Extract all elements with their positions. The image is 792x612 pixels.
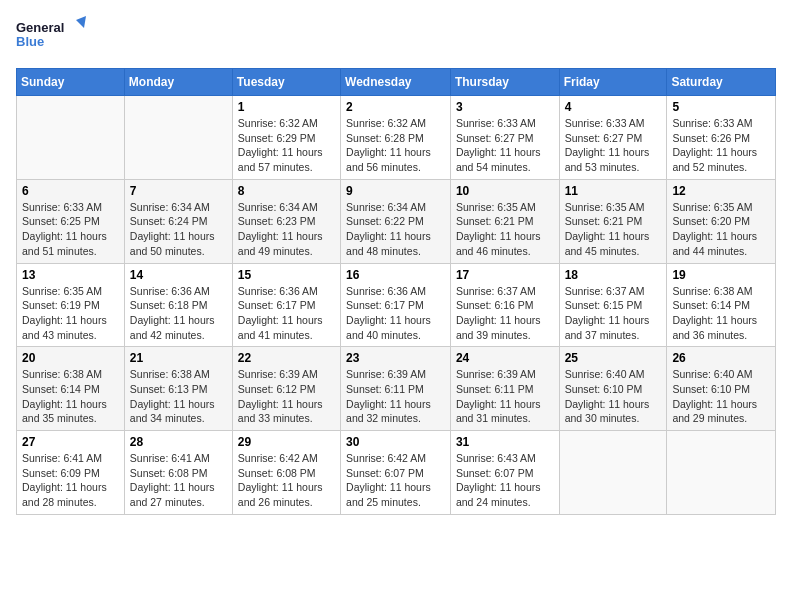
day-number: 13 [22, 268, 119, 282]
day-number: 18 [565, 268, 662, 282]
day-info: Sunrise: 6:39 AMSunset: 6:12 PMDaylight:… [238, 367, 335, 426]
calendar-cell: 3Sunrise: 6:33 AMSunset: 6:27 PMDaylight… [450, 96, 559, 180]
day-number: 16 [346, 268, 445, 282]
day-number: 19 [672, 268, 770, 282]
calendar-cell: 29Sunrise: 6:42 AMSunset: 6:08 PMDayligh… [232, 431, 340, 515]
calendar-cell: 24Sunrise: 6:39 AMSunset: 6:11 PMDayligh… [450, 347, 559, 431]
day-info: Sunrise: 6:40 AMSunset: 6:10 PMDaylight:… [672, 367, 770, 426]
weekday-header-thursday: Thursday [450, 69, 559, 96]
calendar-cell: 16Sunrise: 6:36 AMSunset: 6:17 PMDayligh… [341, 263, 451, 347]
svg-text:Blue: Blue [16, 34, 44, 49]
day-number: 30 [346, 435, 445, 449]
calendar-cell: 13Sunrise: 6:35 AMSunset: 6:19 PMDayligh… [17, 263, 125, 347]
calendar-cell: 20Sunrise: 6:38 AMSunset: 6:14 PMDayligh… [17, 347, 125, 431]
calendar-cell: 23Sunrise: 6:39 AMSunset: 6:11 PMDayligh… [341, 347, 451, 431]
day-info: Sunrise: 6:39 AMSunset: 6:11 PMDaylight:… [456, 367, 554, 426]
day-info: Sunrise: 6:34 AMSunset: 6:22 PMDaylight:… [346, 200, 445, 259]
calendar-cell: 1Sunrise: 6:32 AMSunset: 6:29 PMDaylight… [232, 96, 340, 180]
day-info: Sunrise: 6:35 AMSunset: 6:19 PMDaylight:… [22, 284, 119, 343]
day-number: 31 [456, 435, 554, 449]
day-info: Sunrise: 6:33 AMSunset: 6:25 PMDaylight:… [22, 200, 119, 259]
calendar-cell: 14Sunrise: 6:36 AMSunset: 6:18 PMDayligh… [124, 263, 232, 347]
day-info: Sunrise: 6:35 AMSunset: 6:20 PMDaylight:… [672, 200, 770, 259]
day-info: Sunrise: 6:35 AMSunset: 6:21 PMDaylight:… [456, 200, 554, 259]
day-number: 9 [346, 184, 445, 198]
calendar-cell: 4Sunrise: 6:33 AMSunset: 6:27 PMDaylight… [559, 96, 667, 180]
day-info: Sunrise: 6:32 AMSunset: 6:28 PMDaylight:… [346, 116, 445, 175]
day-number: 12 [672, 184, 770, 198]
day-info: Sunrise: 6:36 AMSunset: 6:17 PMDaylight:… [346, 284, 445, 343]
calendar-cell: 22Sunrise: 6:39 AMSunset: 6:12 PMDayligh… [232, 347, 340, 431]
weekday-header-friday: Friday [559, 69, 667, 96]
day-info: Sunrise: 6:34 AMSunset: 6:23 PMDaylight:… [238, 200, 335, 259]
calendar-cell: 27Sunrise: 6:41 AMSunset: 6:09 PMDayligh… [17, 431, 125, 515]
calendar-cell: 5Sunrise: 6:33 AMSunset: 6:26 PMDaylight… [667, 96, 776, 180]
day-info: Sunrise: 6:41 AMSunset: 6:08 PMDaylight:… [130, 451, 227, 510]
svg-marker-2 [76, 16, 86, 28]
day-info: Sunrise: 6:37 AMSunset: 6:15 PMDaylight:… [565, 284, 662, 343]
calendar-cell: 11Sunrise: 6:35 AMSunset: 6:21 PMDayligh… [559, 179, 667, 263]
day-info: Sunrise: 6:42 AMSunset: 6:07 PMDaylight:… [346, 451, 445, 510]
calendar-cell: 9Sunrise: 6:34 AMSunset: 6:22 PMDaylight… [341, 179, 451, 263]
weekday-header-tuesday: Tuesday [232, 69, 340, 96]
calendar-cell: 30Sunrise: 6:42 AMSunset: 6:07 PMDayligh… [341, 431, 451, 515]
day-number: 1 [238, 100, 335, 114]
calendar-cell: 12Sunrise: 6:35 AMSunset: 6:20 PMDayligh… [667, 179, 776, 263]
calendar-cell: 21Sunrise: 6:38 AMSunset: 6:13 PMDayligh… [124, 347, 232, 431]
weekday-header-monday: Monday [124, 69, 232, 96]
day-number: 8 [238, 184, 335, 198]
day-info: Sunrise: 6:34 AMSunset: 6:24 PMDaylight:… [130, 200, 227, 259]
calendar-table: SundayMondayTuesdayWednesdayThursdayFrid… [16, 68, 776, 515]
logo: General Blue [16, 16, 86, 56]
calendar-cell: 2Sunrise: 6:32 AMSunset: 6:28 PMDaylight… [341, 96, 451, 180]
day-number: 21 [130, 351, 227, 365]
day-info: Sunrise: 6:33 AMSunset: 6:27 PMDaylight:… [456, 116, 554, 175]
day-number: 5 [672, 100, 770, 114]
calendar-cell: 31Sunrise: 6:43 AMSunset: 6:07 PMDayligh… [450, 431, 559, 515]
day-info: Sunrise: 6:33 AMSunset: 6:26 PMDaylight:… [672, 116, 770, 175]
day-info: Sunrise: 6:38 AMSunset: 6:14 PMDaylight:… [672, 284, 770, 343]
calendar-cell: 6Sunrise: 6:33 AMSunset: 6:25 PMDaylight… [17, 179, 125, 263]
calendar-cell: 25Sunrise: 6:40 AMSunset: 6:10 PMDayligh… [559, 347, 667, 431]
day-info: Sunrise: 6:38 AMSunset: 6:14 PMDaylight:… [22, 367, 119, 426]
svg-text:General: General [16, 20, 64, 35]
day-number: 26 [672, 351, 770, 365]
day-number: 7 [130, 184, 227, 198]
calendar-cell: 15Sunrise: 6:36 AMSunset: 6:17 PMDayligh… [232, 263, 340, 347]
day-number: 24 [456, 351, 554, 365]
day-number: 6 [22, 184, 119, 198]
day-number: 23 [346, 351, 445, 365]
calendar-cell [124, 96, 232, 180]
day-number: 14 [130, 268, 227, 282]
day-number: 2 [346, 100, 445, 114]
logo-svg: General Blue [16, 16, 86, 56]
weekday-header-saturday: Saturday [667, 69, 776, 96]
calendar-cell [17, 96, 125, 180]
day-number: 11 [565, 184, 662, 198]
calendar-cell: 7Sunrise: 6:34 AMSunset: 6:24 PMDaylight… [124, 179, 232, 263]
day-number: 15 [238, 268, 335, 282]
calendar-cell: 18Sunrise: 6:37 AMSunset: 6:15 PMDayligh… [559, 263, 667, 347]
day-info: Sunrise: 6:42 AMSunset: 6:08 PMDaylight:… [238, 451, 335, 510]
weekday-header-wednesday: Wednesday [341, 69, 451, 96]
day-number: 20 [22, 351, 119, 365]
day-number: 22 [238, 351, 335, 365]
calendar-cell [667, 431, 776, 515]
calendar-cell: 28Sunrise: 6:41 AMSunset: 6:08 PMDayligh… [124, 431, 232, 515]
calendar-cell: 26Sunrise: 6:40 AMSunset: 6:10 PMDayligh… [667, 347, 776, 431]
day-number: 29 [238, 435, 335, 449]
day-number: 25 [565, 351, 662, 365]
day-number: 27 [22, 435, 119, 449]
day-info: Sunrise: 6:35 AMSunset: 6:21 PMDaylight:… [565, 200, 662, 259]
calendar-cell: 10Sunrise: 6:35 AMSunset: 6:21 PMDayligh… [450, 179, 559, 263]
day-info: Sunrise: 6:33 AMSunset: 6:27 PMDaylight:… [565, 116, 662, 175]
day-info: Sunrise: 6:43 AMSunset: 6:07 PMDaylight:… [456, 451, 554, 510]
page-header: General Blue [16, 16, 776, 56]
calendar-cell: 19Sunrise: 6:38 AMSunset: 6:14 PMDayligh… [667, 263, 776, 347]
day-number: 28 [130, 435, 227, 449]
day-info: Sunrise: 6:40 AMSunset: 6:10 PMDaylight:… [565, 367, 662, 426]
day-number: 10 [456, 184, 554, 198]
calendar-cell [559, 431, 667, 515]
day-info: Sunrise: 6:38 AMSunset: 6:13 PMDaylight:… [130, 367, 227, 426]
day-number: 3 [456, 100, 554, 114]
